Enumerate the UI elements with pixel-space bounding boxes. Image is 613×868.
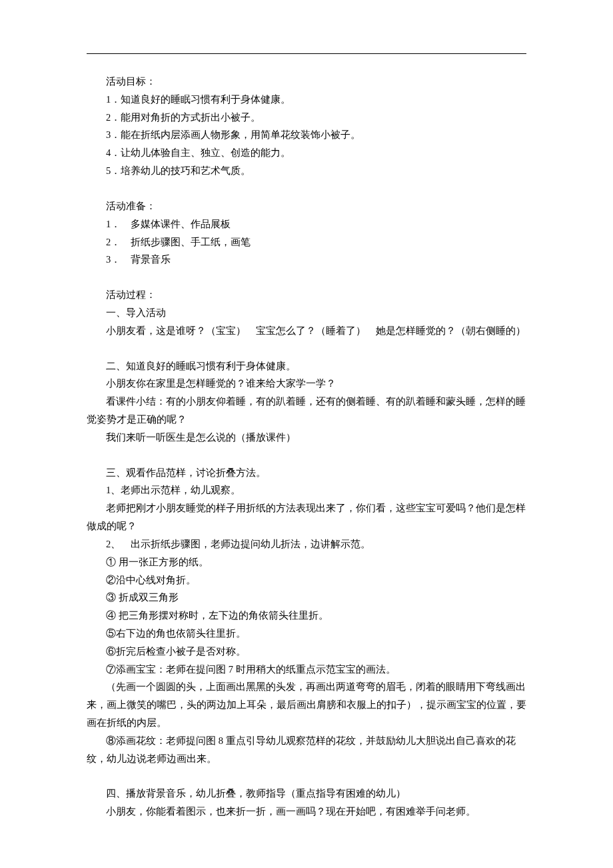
process-part3-step7: ⑦添画宝宝：老师在提问图 7 时用稍大的纸重点示范宝宝的画法。 — [87, 661, 526, 679]
process-part2-line1: 小朋友你在家里是怎样睡觉的？谁来给大家学一学？ — [87, 375, 526, 393]
objectives-item-4: 4．让幼儿体验自主、独立、创造的能力。 — [87, 144, 526, 162]
process-part3-step2: ②沿中心线对角折。 — [87, 571, 526, 589]
process-part3-step4: ④ 把三角形摆对称时，左下边的角依箭头往里折。 — [87, 607, 526, 625]
objectives-item-1: 1．知道良好的睡眠习惯有利于身体健康。 — [87, 91, 526, 109]
preparation-item-3: 3． 背景音乐 — [87, 251, 526, 269]
objectives-item-3: 3．能在折纸内层添画人物形象，用简单花纹装饰小被子。 — [87, 126, 526, 144]
process-title: 活动过程： — [87, 286, 526, 304]
process-part3-sub1: 1、老师出示范样，幼儿观察。 — [87, 481, 526, 499]
process-part4-line1: 小朋友，你能看着图示，也来折一折，画一画吗？现在开始吧，有困难举手问老师。 — [87, 803, 526, 821]
preparation-item-2: 2． 折纸步骤图、手工纸，画笔 — [87, 233, 526, 251]
process-part1-line1: 小朋友看，这是谁呀？（宝宝） 宝宝怎么了？（睡着了） 她是怎样睡觉的？（朝右侧睡… — [87, 322, 526, 340]
process-part2-heading: 二、知道良好的睡眠习惯有利于身体健康。 — [87, 357, 526, 375]
process-part2-line3: 我们来听一听医生是怎么说的（播放课件） — [87, 429, 526, 447]
process-part3-step7b: （先画一个圆圆的头，上面画出黑黑的头发，再画出两道弯弯的眉毛，闭着的眼睛用下弯线… — [87, 678, 526, 731]
process-part3-step1: ① 用一张正方形的纸。 — [87, 553, 526, 571]
preparation-title: 活动准备： — [87, 197, 526, 215]
objectives-title: 活动目标： — [87, 73, 526, 91]
objectives-item-2: 2．能用对角折的方式折出小被子。 — [87, 109, 526, 127]
process-part3-step5: ⑤右下边的角也依箭头往里折。 — [87, 625, 526, 643]
process-part2-line2: 看课件小结：有的小朋友仰着睡，有的趴着睡，还有的侧着睡、有的趴着睡和蒙头睡，怎样… — [87, 393, 526, 429]
process-part4-heading: 四、播放背景音乐，幼儿折叠，教师指导（重点指导有困难的幼儿） — [87, 785, 526, 803]
process-part3-sub2: 2、 出示折纸步骤图，老师边提问幼儿折法，边讲解示范。 — [87, 535, 526, 553]
top-divider — [87, 53, 526, 54]
process-part3-step6: ⑥折完后检查小被子是否对称。 — [87, 643, 526, 661]
process-part3-step8: ⑧添画花纹：老师提问图 8 重点引导幼儿观察范样的花纹，并鼓励幼儿大胆说出自己喜… — [87, 732, 526, 768]
process-part3-line1: 老师把刚才小朋友睡觉的样子用折纸的方法表现出来了，你们看，这些宝宝可爱吗？他们是… — [87, 499, 526, 535]
objectives-item-5: 5．培养幼儿的技巧和艺术气质。 — [87, 162, 526, 180]
preparation-item-1: 1． 多媒体课件、作品展板 — [87, 215, 526, 233]
process-part1-heading: 一、导入活动 — [87, 304, 526, 322]
process-part3-heading: 三、观看作品范样，讨论折叠方法。 — [87, 464, 526, 482]
process-part3-step3: ③ 折成双三角形 — [87, 589, 526, 607]
